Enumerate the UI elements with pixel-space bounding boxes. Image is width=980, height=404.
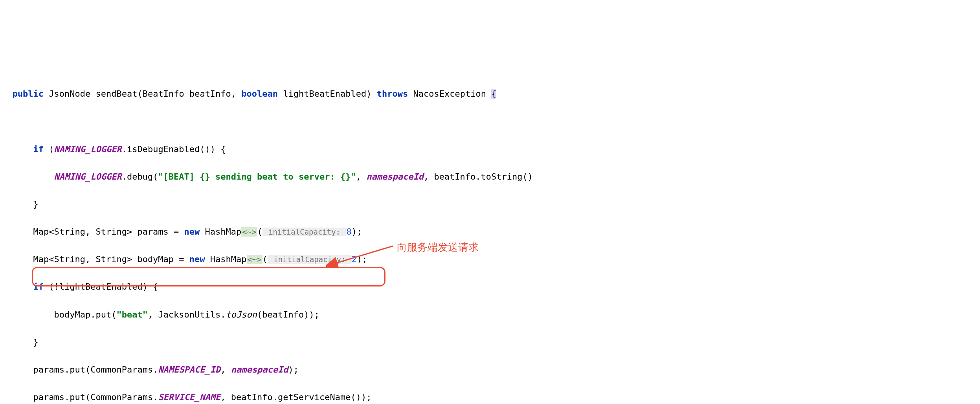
keyword-new2: new bbox=[189, 254, 205, 264]
field-logger: NAMING_LOGGER bbox=[54, 144, 121, 154]
param-lightbeat: lightBeatEnabled bbox=[283, 89, 366, 99]
param-hint-capacity2: initialCapacity: bbox=[268, 255, 352, 264]
keyword-if2: if bbox=[33, 282, 44, 292]
code-line-8[interactable]: bodyMap.put("beat", JacksonUtils.toJson(… bbox=[2, 308, 978, 321]
const-service-name: SERVICE_NAME bbox=[158, 392, 220, 402]
number-2: 2 bbox=[352, 254, 357, 264]
keyword-new: new bbox=[184, 227, 200, 237]
brace-close2: } bbox=[33, 337, 38, 347]
code-line-6[interactable]: Map<String, String> bodyMap = new HashMa… bbox=[2, 252, 978, 266]
type-hint-2: <~> bbox=[247, 255, 262, 264]
method-sendbeat: sendBeat bbox=[95, 89, 137, 99]
brace-open: { bbox=[491, 89, 496, 99]
type-beatinfo: BeatInfo bbox=[143, 89, 184, 99]
exception-nacos: NacosException bbox=[413, 89, 486, 99]
field-namespaceid: namespaceId bbox=[366, 172, 424, 182]
brace-close: } bbox=[33, 199, 38, 209]
code-line-blank[interactable] bbox=[2, 114, 978, 128]
number-8: 8 bbox=[347, 227, 352, 237]
code-editor[interactable]: public JsonNode sendBeat(BeatInfo beatIn… bbox=[2, 59, 978, 404]
code-line-7[interactable]: if (!lightBeatEnabled) { bbox=[2, 280, 978, 294]
string-beat: "beat" bbox=[116, 310, 147, 320]
code-line-3[interactable]: NAMING_LOGGER.debug("[BEAT] {} sending b… bbox=[2, 170, 978, 184]
method-isdebug: .isDebugEnabled()) { bbox=[122, 144, 226, 154]
code-line-11[interactable]: params.put(CommonParams.SERVICE_NAME, be… bbox=[2, 390, 978, 404]
keyword-throws: throws bbox=[377, 89, 408, 99]
static-tojson: toJson bbox=[226, 310, 257, 320]
code-line-5[interactable]: Map<String, String> params = new HashMap… bbox=[2, 225, 978, 239]
param-beatinfo: beatInfo bbox=[189, 89, 231, 99]
type-hint-1: <~> bbox=[241, 227, 257, 237]
keyword-boolean: boolean bbox=[241, 89, 278, 99]
code-line-4[interactable]: } bbox=[2, 197, 978, 211]
field-namespaceid2: namespaceId bbox=[231, 365, 288, 375]
keyword-if: if bbox=[33, 144, 44, 154]
code-line-1[interactable]: public JsonNode sendBeat(BeatInfo beatIn… bbox=[2, 87, 978, 101]
keyword-public: public bbox=[13, 89, 44, 99]
string-beat-msg: "[BEAT] {} sending beat to server: {}" bbox=[158, 172, 356, 182]
right-margin-guide bbox=[465, 59, 465, 404]
code-line-10[interactable]: params.put(CommonParams.NAMESPACE_ID, na… bbox=[2, 363, 978, 376]
const-namespace-id: NAMESPACE_ID bbox=[158, 365, 220, 375]
field-logger2: NAMING_LOGGER bbox=[54, 172, 121, 182]
param-hint-capacity1: initialCapacity: bbox=[262, 228, 347, 236]
code-line-2[interactable]: if (NAMING_LOGGER.isDebugEnabled()) { bbox=[2, 142, 978, 156]
method-debug: .debug( bbox=[122, 172, 158, 182]
type-jsonnode: JsonNode bbox=[49, 89, 90, 99]
code-line-9[interactable]: } bbox=[2, 335, 978, 349]
